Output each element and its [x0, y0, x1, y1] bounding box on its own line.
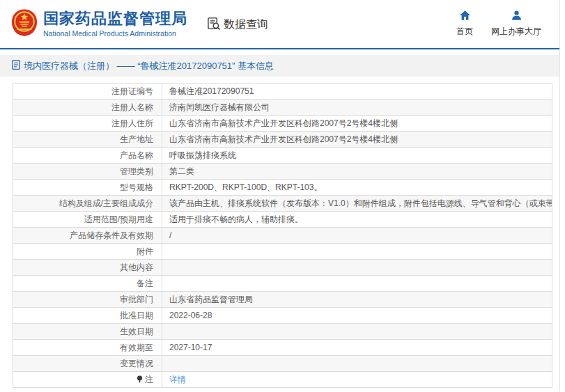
table-row: 其他内容	[13, 260, 552, 276]
table-row: 管理类别第二类	[13, 164, 552, 180]
table-row: 变更情况	[13, 356, 552, 372]
org-name-cn: 国家药品监督管理局	[43, 10, 187, 27]
detail-link[interactable]: 详情	[169, 375, 186, 384]
row-label: 附件	[13, 244, 162, 260]
table-row: 注详情	[13, 372, 552, 388]
nav-item-service-hall[interactable]: 网上办事大厅	[491, 10, 541, 38]
row-value: /	[162, 228, 552, 244]
table-row: 批准日期2022-06-28	[13, 308, 552, 324]
site-header: 国家药品监督管理局 National Medical Products Admi…	[0, 0, 559, 48]
registration-info-table-wrap: 注册证编号鲁械注准20172090751注册人名称济南闰凯医疗器械有限公司注册人…	[13, 83, 552, 388]
registration-info-table: 注册证编号鲁械注准20172090751注册人名称济南闰凯医疗器械有限公司注册人…	[13, 83, 552, 388]
row-value: 2027-10-17	[162, 340, 552, 356]
person-icon	[511, 10, 522, 22]
row-label: 产品储存条件及有效期	[13, 228, 162, 244]
table-row: 生产地址山东省济南市高新技术产业开发区科创路2007号2号楼4楼北侧	[13, 132, 552, 148]
row-label: 有效期至	[13, 340, 162, 356]
row-value: RKPT-200D、RKPT-100D、RKPT-103。	[162, 180, 552, 196]
org-name-en: National Medical Products Administration	[43, 29, 187, 38]
row-label: 变更情况	[13, 356, 162, 372]
row-label: 管理类别	[13, 164, 162, 180]
org-title-block: 国家药品监督管理局 National Medical Products Admi…	[43, 10, 187, 38]
header-nav: 首页 网上办事大厅	[456, 10, 551, 38]
row-label: 生产地址	[13, 132, 162, 148]
table-row: 审批部门山东省药品监督管理局	[13, 292, 552, 308]
row-label: 生效日期	[13, 324, 162, 340]
table-row: 生效日期	[13, 324, 552, 340]
page: 国家药品监督管理局 National Medical Products Admi…	[0, 0, 560, 392]
row-value: 山东省药品监督管理局	[162, 292, 552, 308]
table-row: 产品名称呼吸振荡排痰系统	[13, 148, 552, 164]
row-label: 结构及组成/主要组成成分	[13, 196, 162, 212]
table-row: 产品储存条件及有效期/	[13, 228, 552, 244]
row-label: 注册人住所	[13, 116, 162, 132]
table-row: 适用范围/预期用途适用于排痰不畅的病人，辅助排痰。	[13, 212, 552, 228]
national-emblem-icon	[11, 8, 38, 40]
table-row: 型号规格RKPT-200D、RKPT-100D、RKPT-103。	[13, 180, 552, 196]
page-icon	[12, 60, 20, 72]
row-value: 山东省济南市高新技术产业开发区科创路2007号2号楼4楼北侧	[162, 132, 552, 148]
table-row: 注册证编号鲁械注准20172090751	[13, 84, 552, 100]
row-value	[162, 244, 552, 260]
table-row: 附件	[13, 244, 552, 260]
row-label: 产品名称	[13, 148, 162, 164]
row-value	[162, 356, 552, 372]
breadcrumb: 境内医疗器械（注册） —— “鲁械注准20172090751” 基本信息	[0, 55, 559, 77]
row-label: 其他内容	[13, 260, 162, 276]
row-value: 山东省济南市高新技术产业开发区科创路2007号2号楼4楼北侧	[162, 116, 552, 132]
row-value: 济南闰凯医疗器械有限公司	[162, 100, 552, 116]
row-value: 详情	[162, 372, 552, 388]
table-row: 有效期至2027-10-17	[13, 340, 552, 356]
row-label: 备注	[13, 276, 162, 292]
page-title: 境内医疗器械（注册） —— “鲁械注准20172090751” 基本信息	[24, 60, 274, 72]
row-label: 批准日期	[13, 308, 162, 324]
row-value	[162, 276, 552, 292]
data-query-label: 数据查询	[224, 17, 268, 32]
table-row: 备注	[13, 276, 552, 292]
row-label: 审批部门	[13, 292, 162, 308]
home-icon	[460, 10, 470, 22]
row-value: 鲁械注准20172090751	[162, 84, 552, 100]
row-label: 适用范围/预期用途	[13, 212, 162, 228]
row-value: 适用于排痰不畅的病人，辅助排痰。	[162, 212, 552, 228]
row-value: 该产品由主机、排痰系统软件（发布版本：V1.0）和附件组成，附件包括电源线、导气…	[162, 196, 552, 212]
row-value: 2022-06-28	[162, 308, 552, 324]
pin-icon	[137, 375, 143, 383]
document-search-icon	[207, 17, 221, 33]
table-row: 结构及组成/主要组成成分该产品由主机、排痰系统软件（发布版本：V1.0）和附件组…	[13, 196, 552, 212]
data-query-section: 数据查询	[207, 17, 268, 33]
row-value: 第二类	[162, 164, 552, 180]
table-row: 注册人住所山东省济南市高新技术产业开发区科创路2007号2号楼4楼北侧	[13, 116, 552, 132]
row-label: 注册人名称	[13, 100, 162, 116]
row-value	[162, 260, 552, 276]
table-row: 注册人名称济南闰凯医疗器械有限公司	[13, 100, 552, 116]
row-value: 呼吸振荡排痰系统	[162, 148, 552, 164]
nav-item-home-label: 首页	[456, 26, 473, 38]
nav-item-home[interactable]: 首页	[456, 10, 473, 38]
row-label: 型号规格	[13, 180, 162, 196]
header-divider	[0, 48, 559, 49]
row-label: 注册证编号	[13, 84, 162, 100]
row-value	[162, 324, 552, 340]
row-label: 注	[13, 372, 162, 388]
nav-item-service-hall-label: 网上办事大厅	[491, 26, 541, 38]
